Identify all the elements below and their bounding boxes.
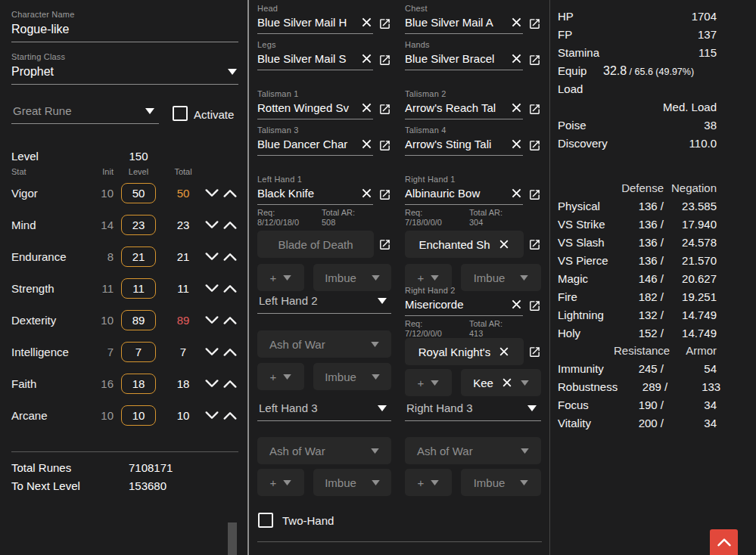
- imbue-select[interactable]: Imbue: [461, 469, 541, 496]
- equipped-item-name[interactable]: Rotten Winged Sv: [257, 101, 356, 114]
- item-link-button[interactable]: [378, 17, 391, 30]
- equipped-item-name[interactable]: Albinauric Bow: [405, 187, 506, 200]
- increase-stat-button[interactable]: [221, 411, 239, 420]
- external-link-icon: [378, 17, 391, 30]
- fp-value: 137: [698, 26, 717, 44]
- two-hand-checkbox[interactable]: [258, 513, 273, 528]
- weapon-skill-field[interactable]: Royal Knight's: [405, 338, 524, 365]
- item-link-button[interactable]: [378, 103, 391, 116]
- clear-item-button[interactable]: [510, 138, 523, 150]
- stat-level-input[interactable]: 11: [121, 278, 156, 299]
- stat-level-input[interactable]: 7: [121, 342, 156, 362]
- stat-level-input[interactable]: 10: [121, 405, 156, 426]
- equipped-item-name[interactable]: Misericorde: [405, 298, 506, 311]
- stat-level-input[interactable]: 18: [121, 374, 156, 394]
- skill-link-button[interactable]: [528, 346, 541, 358]
- stat-level-input[interactable]: 89: [121, 310, 156, 330]
- ash-of-war-select[interactable]: Ash of War: [405, 437, 541, 464]
- panel-divider: [549, 0, 550, 555]
- clear-item-button[interactable]: [360, 138, 373, 150]
- increase-stat-button[interactable]: [221, 379, 239, 389]
- character-name-field[interactable]: Character Name Rogue-like: [11, 9, 238, 42]
- skill-link-button[interactable]: [528, 238, 541, 251]
- stat-level-input[interactable]: 50: [121, 183, 156, 203]
- item-link-button[interactable]: [528, 299, 541, 312]
- stat-init: 16: [97, 377, 114, 390]
- increase-stat-button[interactable]: [221, 220, 239, 230]
- clear-imbue-button[interactable]: [501, 377, 513, 389]
- decrease-stat-button[interactable]: [203, 379, 221, 389]
- equipped-item-name[interactable]: Blue Silver Mail H: [257, 16, 356, 29]
- upgrade-level-select[interactable]: +: [405, 469, 452, 496]
- clear-item-button[interactable]: [360, 187, 373, 200]
- right-hand-3-select[interactable]: Right Hand 3: [405, 400, 541, 421]
- clear-item-button[interactable]: [510, 101, 523, 114]
- upgrade-level-select[interactable]: +: [257, 264, 304, 291]
- stat-level-input[interactable]: 23: [121, 215, 156, 235]
- increase-stat-button[interactable]: [221, 284, 239, 293]
- item-link-button[interactable]: [528, 139, 541, 152]
- equipped-item-name[interactable]: Arrow's Sting Tali: [405, 138, 506, 150]
- increase-stat-button[interactable]: [221, 252, 239, 262]
- ash-of-war-select[interactable]: Ash of War: [257, 437, 391, 464]
- upgrade-level-select[interactable]: +: [405, 369, 452, 396]
- stat-level-input[interactable]: 21: [121, 246, 156, 267]
- equipped-item-name[interactable]: Black Knife: [257, 187, 356, 200]
- item-link-button[interactable]: [378, 188, 391, 201]
- talisman-3-slot: Talisman 3 Blue Dancer Char: [257, 125, 391, 156]
- increase-stat-button[interactable]: [221, 347, 239, 357]
- skill-link-button[interactable]: [378, 238, 391, 251]
- left-hand-3-select[interactable]: Left Hand 3: [257, 400, 391, 421]
- clear-item-button[interactable]: [510, 298, 523, 311]
- decrease-stat-button[interactable]: [203, 252, 221, 262]
- weapon-skill-field[interactable]: Enchanted Sh: [405, 231, 524, 258]
- equipped-item-name[interactable]: Blue Silver Mail S: [257, 52, 356, 65]
- clear-item-button[interactable]: [510, 52, 523, 65]
- item-link-button[interactable]: [528, 17, 541, 30]
- clear-item-button[interactable]: [510, 187, 523, 200]
- stat-table: Vigor 10 50 50 Mind 14 23 23 Endurance 8…: [11, 177, 239, 431]
- equipped-item-name[interactable]: Blue Silver Bracel: [405, 52, 506, 65]
- great-rune-select[interactable]: Great Rune: [11, 103, 159, 124]
- left-panel-scrollbar[interactable]: [247, 0, 249, 555]
- left-scrollbar-thumb[interactable]: [228, 522, 237, 555]
- item-link-button[interactable]: [528, 54, 541, 67]
- decrease-stat-button[interactable]: [203, 347, 221, 357]
- clear-item-button[interactable]: [360, 16, 373, 29]
- upgrade-level-select[interactable]: +: [257, 363, 304, 390]
- imbue-select[interactable]: Kee: [461, 369, 541, 396]
- talisman-4-slot: Talisman 4 Arrow's Sting Tali: [405, 125, 541, 156]
- slot-label: Talisman 1: [257, 88, 391, 99]
- chevron-up-icon: [222, 284, 238, 293]
- left-hand-2-select[interactable]: Left Hand 2: [257, 293, 391, 314]
- character-name-value[interactable]: Rogue-like: [11, 23, 237, 36]
- item-link-button[interactable]: [528, 103, 541, 116]
- clear-item-button[interactable]: [360, 101, 373, 114]
- item-link-button[interactable]: [528, 188, 541, 201]
- scroll-to-top-button[interactable]: [710, 529, 738, 555]
- equipped-item-name[interactable]: Blue Silver Mail A: [405, 16, 506, 29]
- item-link-button[interactable]: [378, 54, 391, 67]
- decrease-stat-button[interactable]: [203, 411, 221, 420]
- increase-stat-button[interactable]: [221, 188, 239, 198]
- decrease-stat-button[interactable]: [203, 315, 221, 325]
- clear-skill-button[interactable]: [498, 238, 510, 250]
- imbue-select[interactable]: Imbue: [313, 363, 391, 390]
- clear-item-button[interactable]: [510, 16, 523, 29]
- decrease-stat-button[interactable]: [203, 188, 221, 198]
- starting-class-select[interactable]: Starting Class Prophet: [11, 51, 238, 85]
- ash-of-war-select[interactable]: Ash of War: [257, 330, 391, 358]
- clear-item-button[interactable]: [360, 52, 373, 65]
- increase-stat-button[interactable]: [221, 315, 239, 325]
- equipped-item-name[interactable]: Blue Dancer Char: [257, 138, 356, 150]
- activate-checkbox[interactable]: [173, 106, 188, 121]
- clear-skill-button[interactable]: [498, 346, 510, 358]
- equipped-item-name[interactable]: Arrow's Reach Tal: [405, 101, 506, 114]
- item-link-button[interactable]: [378, 139, 391, 152]
- upgrade-level-select[interactable]: +: [257, 469, 304, 496]
- defense-header: Defense: [614, 179, 664, 197]
- imbue-select[interactable]: Imbue: [313, 469, 391, 496]
- decrease-stat-button[interactable]: [203, 220, 221, 230]
- decrease-stat-button[interactable]: [203, 284, 221, 293]
- imbue-select[interactable]: Imbue: [313, 264, 391, 291]
